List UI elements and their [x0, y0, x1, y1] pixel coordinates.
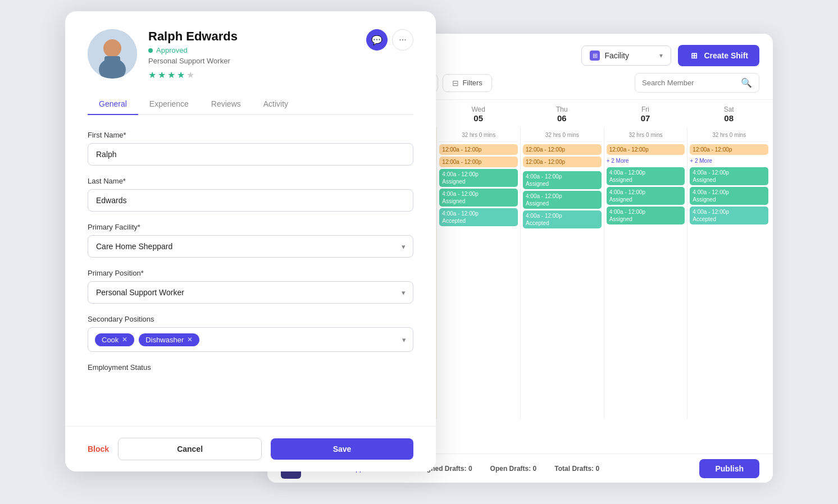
- profile-header: Ralph Edwards Approved Personal Support …: [88, 29, 413, 80]
- shift-block[interactable]: 4:00a - 12:00pAssigned: [607, 167, 685, 185]
- secondary-positions-group: Secondary Positions Cook ✕ Dishwasher ✕ …: [88, 315, 413, 352]
- message-icon: 💬: [371, 35, 382, 45]
- day-header-thu: Thu 06: [520, 100, 604, 127]
- shift-block[interactable]: 4:00a - 12:00pAssigned: [439, 169, 518, 187]
- approved-dot: [148, 48, 153, 53]
- secondary-positions-label: Secondary Positions: [88, 315, 413, 323]
- day-header-sat: Sat 08: [687, 100, 771, 127]
- shift-block[interactable]: 4:00a - 12:00pAssigned: [607, 207, 685, 224]
- more-options-button[interactable]: ···: [392, 29, 413, 51]
- col-fri: 32 hrs 0 mins 12:00a - 12:00p + 2 More 4…: [604, 127, 687, 419]
- star-2: ★: [158, 70, 166, 80]
- shift-block[interactable]: 4:00a - 12:00pAssigned: [523, 191, 602, 209]
- card-footer: Block Cancel Save: [65, 426, 436, 471]
- profile-actions: 💬 ···: [366, 29, 413, 51]
- shift-block[interactable]: 4:00a - 12:00pAccepted: [439, 208, 518, 226]
- shift-block[interactable]: 4:00a - 12:00pAssigned: [439, 189, 518, 207]
- profile-tabs: General Experience Reviews Activity: [88, 94, 413, 115]
- primary-facility-select[interactable]: Care Home Sheppard: [88, 235, 413, 258]
- plus-icon: ⊞: [689, 51, 699, 61]
- shift-block[interactable]: 12:00a - 12:00p: [690, 144, 768, 155]
- profile-info: Ralph Edwards Approved Personal Support …: [148, 29, 355, 80]
- day-header-wed: Wed 05: [436, 100, 520, 127]
- star-3: ★: [167, 70, 175, 80]
- filters-button[interactable]: ⊟ Filters: [443, 74, 491, 92]
- star-5: ★: [186, 70, 194, 80]
- tab-experience[interactable]: Experience: [138, 94, 200, 115]
- more-shifts-link[interactable]: + 2 More: [607, 157, 685, 165]
- filter-icon: ⊟: [452, 79, 459, 88]
- svg-point-1: [103, 39, 121, 57]
- primary-position-select[interactable]: Personal Support Worker: [88, 281, 413, 304]
- col-sat: 32 hrs 0 mins 12:00a - 12:00p + 2 More 4…: [687, 127, 771, 419]
- search-input[interactable]: [642, 79, 736, 87]
- remove-dishwasher-button[interactable]: ✕: [187, 336, 193, 343]
- first-name-label: First Name*: [88, 131, 413, 139]
- shift-block[interactable]: 12:00a - 12:00p: [439, 157, 518, 167]
- facility-label: Facility: [604, 51, 629, 60]
- employment-status-label: Employment Status: [88, 363, 413, 372]
- col-thu: 32 hrs 0 mins 12:00a - 12:00p 12:00a - 1…: [520, 127, 604, 419]
- facility-chevron-icon: ▾: [659, 52, 663, 59]
- last-name-input[interactable]: [88, 189, 413, 212]
- last-name-group: Last Name*: [88, 177, 413, 212]
- shift-block[interactable]: 12:00a - 12:00p: [523, 157, 602, 167]
- shift-block[interactable]: 4:00a - 12:00pAssigned: [523, 171, 602, 189]
- shift-block[interactable]: 4:00a - 12:00pAssigned: [690, 167, 768, 185]
- tab-activity[interactable]: Activity: [252, 94, 299, 115]
- facility-icon: [590, 51, 600, 61]
- save-button[interactable]: Save: [271, 438, 413, 460]
- tag-cook: Cook ✕: [95, 333, 134, 346]
- create-shift-button[interactable]: ⊞ Create Shift: [678, 45, 759, 66]
- primary-position-label: Primary Position*: [88, 269, 413, 277]
- search-icon: 🔍: [741, 77, 752, 88]
- more-icon: ···: [399, 35, 406, 45]
- remove-cook-button[interactable]: ✕: [122, 336, 127, 343]
- more-shifts-link-sat[interactable]: + 2 More: [690, 157, 768, 165]
- create-shift-label: Create Shift: [704, 51, 748, 60]
- primary-position-group: Primary Position* Personal Support Worke…: [88, 269, 413, 304]
- profile-role: Personal Support Worker: [148, 57, 355, 65]
- profile-card: Ralph Edwards Approved Personal Support …: [65, 11, 436, 471]
- svg-rect-3: [104, 56, 120, 72]
- shift-block[interactable]: 12:00a - 12:00p: [439, 144, 518, 155]
- profile-name: Ralph Edwards: [148, 29, 355, 44]
- block-button[interactable]: Block: [88, 445, 109, 453]
- avatar: [88, 29, 137, 79]
- primary-position-wrapper: Personal Support Worker ▾: [88, 281, 413, 304]
- first-name-input[interactable]: [88, 143, 413, 166]
- shift-block[interactable]: 12:00a - 12:00p: [523, 144, 602, 155]
- secondary-positions-input[interactable]: Cook ✕ Dishwasher ✕ ▾: [88, 327, 413, 352]
- star-1: ★: [148, 70, 156, 80]
- employment-status-group: Employment Status: [88, 363, 413, 372]
- primary-facility-label: Primary Facility*: [88, 223, 413, 231]
- shift-block[interactable]: 4:00a - 12:00pAccepted: [523, 210, 602, 228]
- shift-block[interactable]: 4:00a - 12:00pAssigned: [607, 187, 685, 205]
- publish-button[interactable]: Publish: [699, 459, 759, 478]
- star-rating: ★ ★ ★ ★ ★: [148, 70, 355, 80]
- star-4: ★: [177, 70, 185, 80]
- col-wed: 32 hrs 0 mins 12:00a - 12:00p 12:00a - 1…: [436, 127, 520, 419]
- tab-reviews[interactable]: Reviews: [200, 94, 252, 115]
- search-box[interactable]: 🔍: [635, 73, 759, 93]
- message-button[interactable]: 💬: [366, 29, 388, 51]
- shift-block[interactable]: 4:00a - 12:00pAccepted: [690, 207, 768, 224]
- tag-dishwasher: Dishwasher ✕: [139, 333, 199, 346]
- open-drafts-stat: Open Drafts: 0: [490, 465, 537, 473]
- shift-block[interactable]: 12:00a - 12:00p: [607, 144, 685, 155]
- cancel-button[interactable]: Cancel: [118, 438, 262, 460]
- primary-facility-wrapper: Care Home Sheppard ▾: [88, 235, 413, 258]
- tags-chevron-icon: ▾: [402, 336, 406, 344]
- facility-dropdown[interactable]: Facility ▾: [581, 45, 671, 66]
- tab-general[interactable]: General: [88, 94, 138, 115]
- day-header-fri: Fri 07: [604, 100, 687, 127]
- approved-badge: Approved: [148, 46, 355, 54]
- shift-block[interactable]: 4:00a - 12:00pAssigned: [690, 187, 768, 205]
- last-name-label: Last Name*: [88, 177, 413, 185]
- primary-facility-group: Primary Facility* Care Home Sheppard ▾: [88, 223, 413, 258]
- first-name-group: First Name*: [88, 131, 413, 166]
- total-drafts-stat: Total Drafts: 0: [554, 465, 599, 473]
